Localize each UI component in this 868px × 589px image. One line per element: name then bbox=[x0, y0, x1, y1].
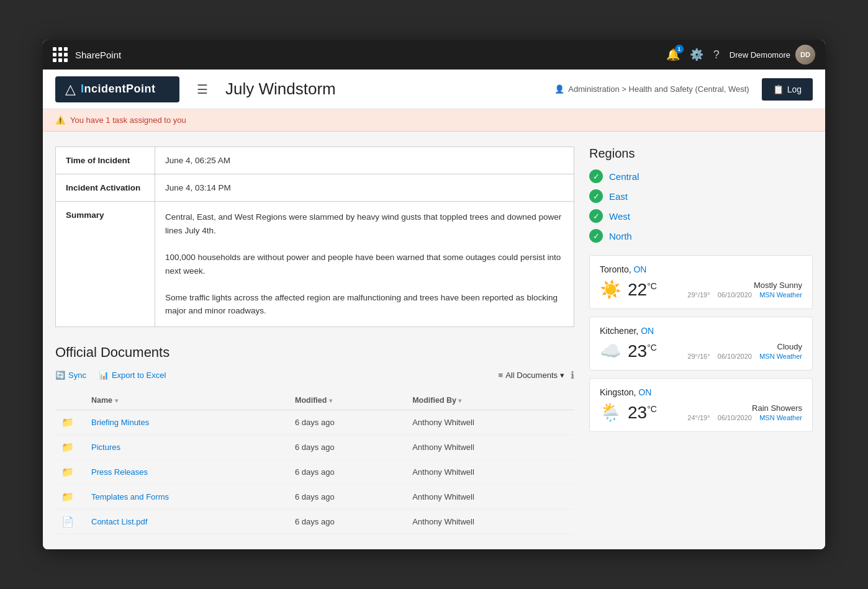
topbar-appname: SharePoint bbox=[75, 50, 659, 60]
folder-icon: 📁 bbox=[61, 467, 74, 477]
user-name: Drew Demomore bbox=[730, 50, 790, 60]
file-name-cell: Briefing Minutes bbox=[85, 410, 289, 434]
folder-icon: 📁 bbox=[61, 417, 74, 428]
weather-city: Toronto, ON bbox=[600, 264, 802, 274]
weather-details: Mostly Sunny 29°/19° 06/10/2020 MSN Weat… bbox=[687, 281, 802, 299]
summary-value: Central, East, and West Regions were sla… bbox=[155, 202, 574, 327]
file-modified-cell: 6 days ago bbox=[289, 434, 406, 459]
table-row: 📁 Templates and Forms 6 days ago Anthony… bbox=[55, 484, 574, 509]
logo-icon: △ bbox=[65, 81, 76, 97]
app-window: SharePoint 🔔 1 ⚙️ ? Drew Demomore DD △ I… bbox=[43, 40, 825, 549]
weather-source: MSN Weather bbox=[759, 353, 802, 360]
page-title: July Windstorm bbox=[225, 79, 542, 99]
weather-temperature: 22°C bbox=[628, 280, 657, 300]
file-name-cell: Contact List.pdf bbox=[85, 509, 289, 534]
documents-section-title: Official Documents bbox=[55, 344, 574, 361]
avatar: DD bbox=[795, 45, 815, 65]
check-circle-icon: ✓ bbox=[589, 189, 603, 203]
weather-row: ☁️ 23°C Cloudy 29°/16° 06/10/2020 MSN We… bbox=[600, 341, 802, 361]
table-row: 📄 Contact List.pdf 6 days ago Anthony Wh… bbox=[55, 509, 574, 534]
region-item: ✓ East bbox=[589, 189, 813, 203]
weather-unit: °C bbox=[647, 281, 657, 290]
region-name[interactable]: Central bbox=[609, 171, 639, 182]
logo[interactable]: △ IncidentPoint bbox=[55, 76, 179, 102]
weather-description: Cloudy bbox=[687, 342, 802, 351]
weather-condition-icon: ☁️ bbox=[600, 341, 622, 361]
file-icon-cell: 📁 bbox=[55, 484, 85, 509]
weather-range: 29°/19° bbox=[687, 291, 710, 299]
summary-para1: Central, East, and West Regions were sla… bbox=[165, 210, 564, 237]
file-icon-cell: 📄 bbox=[55, 509, 85, 534]
weather-cards: Toronto, ON ☀️ 22°C Mostly Sunny 29°/19°… bbox=[589, 255, 813, 432]
weather-date: 06/10/2020 bbox=[718, 291, 752, 299]
modified-sort-icon: ▾ bbox=[329, 397, 332, 404]
file-name-cell: Press Releases bbox=[85, 459, 289, 484]
all-docs-label: All Documents bbox=[505, 371, 558, 380]
check-circle-icon: ✓ bbox=[589, 169, 603, 183]
app-launcher[interactable] bbox=[53, 47, 68, 62]
export-button[interactable]: 📊 Export to Excel bbox=[99, 371, 166, 380]
weather-details: Rain Showers 24°/19° 06/10/2020 MSN Weat… bbox=[687, 403, 802, 421]
alert-icon: ⚠️ bbox=[55, 115, 65, 125]
weather-province: ON bbox=[638, 387, 651, 397]
header-bar: △ IncidentPoint ☰ July Windstorm 👤 Admin… bbox=[43, 70, 825, 109]
documents-table: Name ▾ Modified ▾ Modified By ▾ bbox=[55, 391, 574, 534]
weather-card: Toronto, ON ☀️ 22°C Mostly Sunny 29°/19°… bbox=[589, 255, 813, 309]
file-icon-cell: 📁 bbox=[55, 410, 85, 434]
doc-table-header: Name ▾ Modified ▾ Modified By ▾ bbox=[55, 391, 574, 410]
file-name-link[interactable]: Templates and Forms bbox=[91, 492, 169, 501]
incident-activation-row: Incident Activation June 4, 03:14 PM bbox=[56, 174, 574, 202]
weather-date: 06/10/2020 bbox=[718, 414, 752, 421]
log-button[interactable]: 📋 Log bbox=[762, 78, 813, 101]
region-name[interactable]: East bbox=[609, 191, 628, 202]
region-name[interactable]: North bbox=[609, 231, 632, 241]
time-incident-label: Time of Incident bbox=[56, 147, 155, 174]
file-name-link[interactable]: Press Releases bbox=[91, 467, 148, 477]
col-modified-header[interactable]: Modified ▾ bbox=[289, 391, 406, 410]
file-name-link[interactable]: Contact List.pdf bbox=[91, 517, 147, 526]
table-row: 📁 Briefing Minutes 6 days ago Anthony Wh… bbox=[55, 410, 574, 434]
file-modified-cell: 6 days ago bbox=[289, 410, 406, 434]
file-icon-cell: 📁 bbox=[55, 459, 85, 484]
weather-range: 24°/19° bbox=[687, 414, 710, 421]
hamburger-menu[interactable]: ☰ bbox=[192, 79, 213, 99]
summary-label: Summary bbox=[56, 202, 155, 327]
weather-card: Kitchener, ON ☁️ 23°C Cloudy 29°/16° 06/… bbox=[589, 317, 813, 371]
table-row: 📁 Press Releases 6 days ago Anthony Whit… bbox=[55, 459, 574, 484]
col-modified-by-header[interactable]: Modified By ▾ bbox=[406, 391, 574, 410]
weather-condition-icon: 🌦️ bbox=[600, 402, 622, 423]
weather-row: ☀️ 22°C Mostly Sunny 29°/19° 06/10/2020 … bbox=[600, 279, 802, 300]
regions-list: ✓ Central ✓ East ✓ West ✓ North bbox=[589, 169, 813, 243]
file-modified-by-cell: Anthony Whitwell bbox=[406, 484, 574, 509]
summary-para2: 100,000 households are without power and… bbox=[165, 251, 564, 277]
region-name[interactable]: West bbox=[609, 211, 630, 222]
pdf-icon: 📄 bbox=[61, 516, 74, 527]
weather-temperature: 23°C bbox=[628, 403, 657, 423]
weather-temperature: 23°C bbox=[628, 341, 657, 361]
file-modified-by-cell: Anthony Whitwell bbox=[406, 509, 574, 534]
notifications-icon[interactable]: 🔔 1 bbox=[666, 48, 680, 61]
weather-province: ON bbox=[641, 326, 654, 336]
breadcrumb: 👤 Administration > Health and Safety (Ce… bbox=[554, 84, 749, 94]
check-circle-icon: ✓ bbox=[589, 229, 603, 243]
left-column: Time of Incident June 4, 06:25 AM Incide… bbox=[55, 146, 574, 534]
user-profile[interactable]: Drew Demomore DD bbox=[730, 45, 815, 65]
notification-badge: 1 bbox=[675, 45, 684, 53]
help-icon[interactable]: ? bbox=[713, 48, 720, 61]
file-modified-by-cell: Anthony Whitwell bbox=[406, 459, 574, 484]
file-name-link[interactable]: Briefing Minutes bbox=[91, 418, 149, 427]
settings-icon[interactable]: ⚙️ bbox=[690, 48, 703, 61]
time-of-incident-row: Time of Incident June 4, 06:25 AM bbox=[56, 147, 574, 174]
sync-button[interactable]: 🔄 Sync bbox=[55, 371, 86, 380]
all-docs-button[interactable]: ≡ All Documents ▾ bbox=[499, 371, 564, 380]
info-icon[interactable]: ℹ bbox=[571, 369, 574, 381]
col-name-header[interactable]: Name ▾ bbox=[85, 391, 289, 410]
log-label: Log bbox=[787, 84, 802, 94]
weather-unit: °C bbox=[647, 342, 657, 352]
topbar-actions: 🔔 1 ⚙️ ? Drew Demomore DD bbox=[666, 45, 815, 65]
incident-activation-value: June 4, 03:14 PM bbox=[155, 174, 574, 202]
weather-date: 06/10/2020 bbox=[718, 353, 752, 360]
sync-label: Sync bbox=[68, 371, 86, 380]
logo-text: IncidentPoint bbox=[81, 83, 156, 96]
file-name-link[interactable]: Pictures bbox=[91, 443, 120, 452]
